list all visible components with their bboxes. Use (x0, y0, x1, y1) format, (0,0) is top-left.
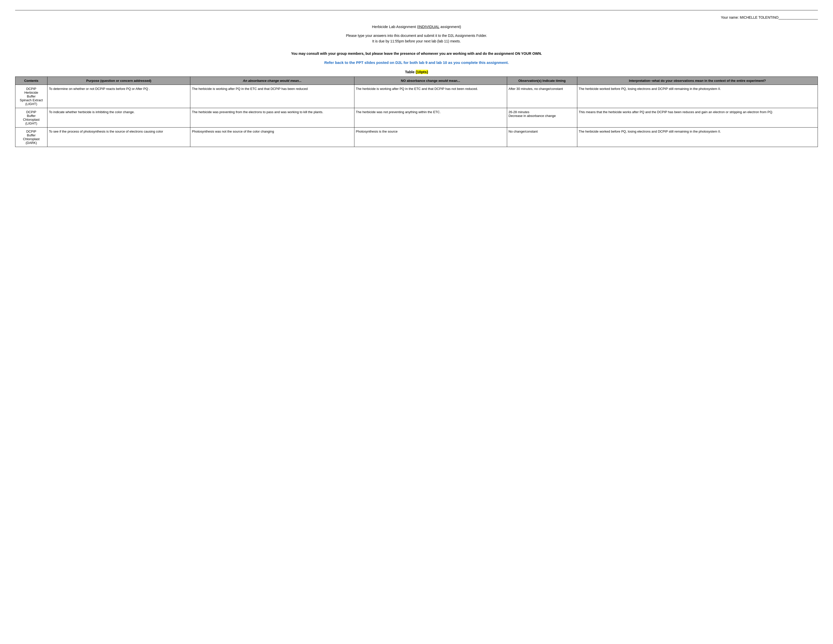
row2-contents: DCPIPBufferChloroplast(LIGHT) (15, 108, 47, 127)
table-title: Table (10pts) (15, 70, 818, 74)
table-pts: (10pts) (416, 70, 428, 74)
col-header-contents: Contents (15, 77, 47, 85)
row1-observation: After 30 minutes, no change/constant (507, 85, 577, 108)
table-row: DCPIPBufferChloroplast(LIGHT) To indicat… (15, 108, 818, 127)
row1-no-absorbance: The herbicide is working after PQ in the… (354, 85, 507, 108)
row1-absorbance: The herbicide is working after PQ in the… (190, 85, 354, 108)
bold-warning: You may consult with your group members,… (15, 51, 818, 56)
col-header-purpose: Purpose (question or concern addressed) (47, 77, 190, 85)
instructions-section: Please type your answers into this docum… (15, 33, 818, 44)
row1-contents: DCPIPHerbicideBufferSpinach Extract(LIGH… (15, 85, 47, 108)
top-divider (15, 10, 818, 10)
col-header-observation: Observation(s) Indicate timing (507, 77, 577, 85)
student-name: Your name: MICHELLE TOLENTINO___________… (15, 15, 818, 19)
table-row: DCPIPHerbicideBufferSpinach Extract(LIGH… (15, 85, 818, 108)
row1-purpose: To determine on whether or not DCPIP rea… (47, 85, 190, 108)
table-row: DCPIPBufferChloroplast(DARK) To see if t… (15, 127, 818, 147)
row2-absorbance: The herbicide was preventing from the el… (190, 108, 354, 127)
row3-purpose: To see if the process of photosynthesis … (47, 127, 190, 147)
col-header-interpretation: Interpretation--what do your observation… (577, 77, 818, 85)
assignment-title: Herbicide Lab Assignment (INDIVIDUAL ass… (15, 24, 818, 29)
row3-absorbance: Photosynthesis was not the source of the… (190, 127, 354, 147)
col-header-no-absorbance: NO absorbance change would mean... (354, 77, 507, 85)
row2-no-absorbance: The herbicide was not preventing anythin… (354, 108, 507, 127)
main-table: Contents Purpose (question or concern ad… (15, 77, 818, 147)
row3-contents: DCPIPBufferChloroplast(DARK) (15, 127, 47, 147)
row2-observation: 26-28 minutesDecrease in absorbance chan… (507, 108, 577, 127)
row2-purpose: To indicate whether herbicide is inhibit… (47, 108, 190, 127)
row3-interpretation: The herbicide worked before PQ, losing e… (577, 127, 818, 147)
row3-observation: No change/constant (507, 127, 577, 147)
col-header-absorbance: An absorbance change would mean... (190, 77, 354, 85)
row1-interpretation: The herbicide worked before PQ, losing e… (577, 85, 818, 108)
refer-note: Refer back to the PPT slides posted on D… (15, 60, 818, 64)
row2-interpretation: This means that the herbicide works afte… (577, 108, 818, 127)
row3-no-absorbance: Photosynthesis is the source (354, 127, 507, 147)
